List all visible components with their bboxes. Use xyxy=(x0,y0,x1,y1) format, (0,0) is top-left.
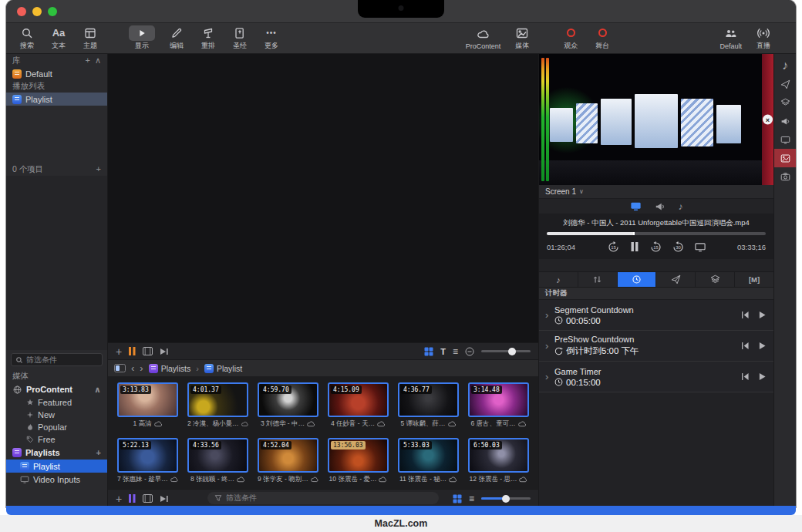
media-thumbnail[interactable]: 4:36.775 谭咏麟、薛… xyxy=(398,382,459,431)
toolbar-default-audience[interactable]: Default xyxy=(719,27,742,50)
toolbar-edit[interactable]: 编辑 xyxy=(167,25,187,51)
media-thumbnail[interactable]: 4:59.703 刘德华 - 中… xyxy=(258,382,318,431)
toolbar-show[interactable]: 显示 xyxy=(129,25,155,51)
timer-reset-button[interactable] xyxy=(740,310,750,320)
timer-reset-button[interactable] xyxy=(740,372,750,382)
tab-audio[interactable]: ♪ xyxy=(539,272,578,287)
library-playlist-item[interactable]: Playlist xyxy=(6,93,107,106)
film-strip-icon[interactable] xyxy=(143,347,153,355)
minimize-window-button[interactable] xyxy=(32,7,42,16)
screen-output-icon[interactable] xyxy=(630,201,642,212)
audio-icon[interactable]: ♪ xyxy=(679,201,683,212)
layer-slide-button[interactable] xyxy=(774,130,796,149)
expand-chevron-icon[interactable]: › xyxy=(545,309,554,321)
timer-row-segment[interactable]: › Segment Countdown 00:05:00 xyxy=(539,300,773,331)
library-item-default[interactable]: Default xyxy=(6,67,107,80)
add-item-button[interactable]: + xyxy=(96,165,101,173)
sidebar-group-playlists[interactable]: Playlists + xyxy=(6,446,107,460)
toolbar-audience[interactable]: 观众 xyxy=(561,25,581,51)
sidebar-item-new[interactable]: New xyxy=(6,409,107,421)
timer-start-button[interactable] xyxy=(757,372,767,382)
back-icon[interactable]: ‹ xyxy=(131,362,134,374)
sidebar-item-procontent[interactable]: ProContent ∧ xyxy=(6,382,107,396)
collapse-procontent-icon[interactable]: ∧ xyxy=(94,386,101,394)
screen-selector[interactable]: Screen 1 ∨ xyxy=(539,185,773,199)
media-thumbnail[interactable]: 13:56.0310 张震岳 - 爱… xyxy=(328,438,389,487)
add-library-button[interactable]: + xyxy=(86,56,90,65)
toolbar-bible[interactable]: 圣经 xyxy=(230,25,250,51)
toolbar-theme[interactable]: 主题 xyxy=(80,25,100,51)
presentation-slide-area[interactable] xyxy=(108,54,538,342)
media-thumbnail[interactable]: 3:14.486 唐古、童可… xyxy=(468,382,529,431)
toolbar-text[interactable]: Aa 文本 xyxy=(49,25,69,51)
skip-to-end-icon[interactable] xyxy=(160,348,169,355)
zoom-out-icon[interactable] xyxy=(465,347,474,356)
pause-indicator-icon[interactable] xyxy=(129,347,136,355)
playback-progress-bar[interactable] xyxy=(547,232,766,235)
layer-props-button[interactable] xyxy=(774,93,796,112)
timer-start-button[interactable] xyxy=(757,310,767,320)
sidebar-item-playlist[interactable]: Playlist xyxy=(6,460,107,473)
layer-camera-button[interactable] xyxy=(774,167,796,186)
tab-layers[interactable] xyxy=(696,272,735,287)
sidebar-item-popular[interactable]: Popular xyxy=(6,421,107,433)
layer-audio-button[interactable]: ♪ xyxy=(774,56,796,75)
skip-to-end-icon[interactable] xyxy=(160,495,169,503)
media-thumbnail[interactable]: 6:50.0312 张震岳 - 思… xyxy=(468,438,529,487)
thumbnail-size-slider[interactable] xyxy=(481,348,531,355)
list-view-icon[interactable]: ≡ xyxy=(469,493,474,504)
zoom-window-button[interactable] xyxy=(48,7,57,16)
media-thumbnail[interactable]: 4:52.049 张学友 - 吻别… xyxy=(258,438,318,487)
breadcrumb-playlist[interactable]: Playlist xyxy=(204,364,242,373)
add-slide-button[interactable]: + xyxy=(116,346,122,357)
sidebar-item-featured[interactable]: Featured xyxy=(6,396,107,409)
output-preview[interactable]: × xyxy=(539,54,773,185)
toolbar-more[interactable]: ••• 更多 xyxy=(261,25,281,51)
media-thumbnail[interactable]: 5:22.137 张惠妹 - 趁早… xyxy=(117,438,178,487)
timer-row-preshow[interactable]: › PreShow Countdown 倒计时到5:00 下午 xyxy=(539,331,773,362)
toolbar-media[interactable]: 媒体 xyxy=(512,25,532,51)
grid-view-icon[interactable] xyxy=(424,347,433,356)
pause-icon[interactable] xyxy=(629,241,640,253)
media-thumbnail[interactable]: 3:13.831 高清 xyxy=(117,382,178,431)
layer-media-button[interactable] xyxy=(774,149,796,167)
display-icon[interactable] xyxy=(694,241,706,253)
text-view-icon[interactable]: T xyxy=(440,347,446,356)
sidebar-item-free[interactable]: Free xyxy=(6,433,107,446)
media-thumbnail[interactable]: 4:01.372 冷漠、杨小曼… xyxy=(187,382,248,431)
add-media-button[interactable]: + xyxy=(116,493,122,504)
timer-row-game[interactable]: › Game Timer 00:15:00 xyxy=(539,362,773,392)
film-strip-icon[interactable] xyxy=(143,494,153,503)
layer-messages-button[interactable] xyxy=(774,75,796,93)
collapse-library-icon[interactable]: ∧ xyxy=(95,56,101,65)
media-filter-field[interactable]: 筛选条件 xyxy=(207,492,439,504)
grid-view-icon[interactable] xyxy=(453,494,462,503)
expand-chevron-icon[interactable]: › xyxy=(545,340,554,352)
skip-forward-30-icon[interactable]: 30 xyxy=(672,241,685,254)
toolbar-rearrange[interactable]: 重排 xyxy=(198,25,218,51)
tab-macros[interactable]: [M] xyxy=(735,272,773,287)
announcement-icon[interactable] xyxy=(655,201,666,212)
list-view-icon[interactable]: ≡ xyxy=(453,346,458,357)
tab-timers[interactable] xyxy=(618,272,657,287)
skip-back-15-icon[interactable]: 15 xyxy=(607,241,620,254)
media-size-slider[interactable] xyxy=(481,495,531,503)
media-thumbnail[interactable]: 5:33.0311 张震岳 - 秘… xyxy=(398,438,459,487)
tab-messages[interactable] xyxy=(656,272,696,287)
media-thumbnail[interactable]: 4:15.094 任妙音 - 天… xyxy=(328,382,389,431)
skip-forward-15-icon[interactable]: 15 xyxy=(649,241,662,254)
breadcrumb-playlists[interactable]: Playlists xyxy=(149,364,191,373)
sidebar-item-video-inputs[interactable]: Video Inputs xyxy=(6,473,107,486)
timer-start-button[interactable] xyxy=(757,341,767,351)
media-thumbnail[interactable]: 4:33.568 张靓颖 - 终… xyxy=(187,438,248,487)
forward-icon[interactable]: › xyxy=(140,362,143,374)
add-playlist-button[interactable]: + xyxy=(96,449,101,457)
sidebar-filter-field[interactable]: 筛选条件 xyxy=(11,353,103,366)
layer-announcement-button[interactable] xyxy=(774,112,796,130)
pause-indicator-icon[interactable] xyxy=(129,494,136,503)
toolbar-procontent[interactable]: ProContent xyxy=(466,27,501,50)
toolbar-search[interactable]: 搜索 xyxy=(17,25,37,51)
expand-chevron-icon[interactable]: › xyxy=(545,371,554,382)
timer-reset-button[interactable] xyxy=(740,341,750,351)
sidebar-toggle-icon[interactable] xyxy=(114,364,126,372)
